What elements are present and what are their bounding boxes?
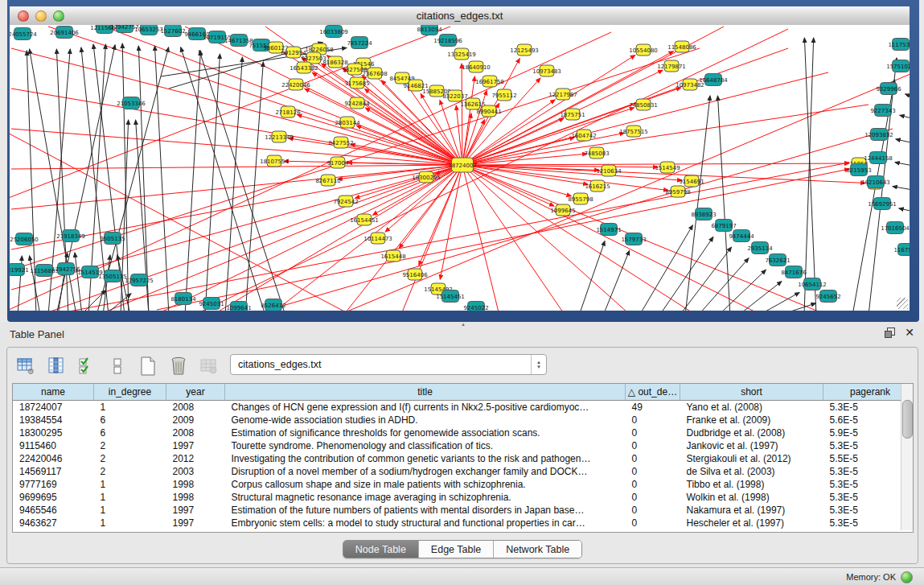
network-edge[interactable] <box>193 29 788 311</box>
table-row[interactable]: 1830029562008Estimation of significance … <box>13 426 914 439</box>
table-row[interactable]: 2242004622012Investigating the contribut… <box>13 452 914 465</box>
resize-grip-icon[interactable] <box>897 298 908 309</box>
network-hub-node[interactable]: 18724007 <box>448 158 477 172</box>
table-cell[interactable]: 2008 <box>166 401 225 414</box>
network-node[interactable]: 8526412 <box>261 299 285 311</box>
tab-edge-table[interactable]: Edge Table <box>419 541 494 558</box>
network-node[interactable]: 1527602 <box>160 25 185 37</box>
network-node[interactable]: 1167533 <box>893 244 910 256</box>
network-edge[interactable] <box>205 54 220 311</box>
network-node[interactable]: 19218596 <box>433 35 462 47</box>
table-cell[interactable]: Embryonic stem cells: a model to study s… <box>225 517 626 529</box>
network-node[interactable]: 12217987 <box>548 89 577 100</box>
network-edge[interactable] <box>225 57 242 311</box>
scrollbar-thumb[interactable] <box>902 400 913 439</box>
network-node[interactable]: 7632621 <box>765 254 790 266</box>
network-edge[interactable] <box>698 258 749 311</box>
network-node[interactable]: 18640910 <box>462 61 491 72</box>
table-selector-dropdown[interactable]: citations_edges.txt ▲▼ <box>230 354 547 375</box>
new-table-icon[interactable] <box>138 356 158 377</box>
network-node[interactable]: 24055724 <box>10 28 37 40</box>
network-node[interactable]: 17957225 <box>125 274 154 286</box>
table-cell[interactable]: 9465546 <box>13 504 94 517</box>
table-cell[interactable]: 18724007 <box>13 401 94 414</box>
network-node[interactable]: 20691406 <box>50 27 79 39</box>
close-panel-icon[interactable]: ✕ <box>905 328 914 338</box>
network-edge[interactable] <box>105 165 462 311</box>
table-cell[interactable]: 9777169 <box>13 478 94 491</box>
table-cell[interactable]: 1997 <box>166 504 225 517</box>
network-node[interactable]: 10654112 <box>798 278 827 290</box>
network-node[interactable]: 18107554 <box>260 155 289 167</box>
network-node[interactable]: 8267110 <box>315 175 340 186</box>
network-node[interactable]: 9474444 <box>729 230 754 242</box>
table-cell[interactable]: Changes of HCN gene expression and I(f) … <box>225 401 626 414</box>
table-cell[interactable]: 6 <box>94 414 166 426</box>
table-cell[interactable]: 0 <box>626 491 680 504</box>
table-cell[interactable]: 0 <box>626 517 680 529</box>
network-window-title-bar[interactable]: citations_edges.txt <box>10 6 910 26</box>
table-cell[interactable]: 0 <box>626 452 680 465</box>
table-cell[interactable]: 1998 <box>166 478 225 491</box>
column-header-name[interactable]: name <box>13 384 94 401</box>
table-cell[interactable]: Corpus callosum shape and size in male p… <box>225 478 626 491</box>
table-row[interactable]: 1872400712008Changes of HCN gene express… <box>13 401 914 414</box>
network-edge[interactable] <box>185 51 200 311</box>
network-edge[interactable] <box>138 46 149 311</box>
column-header-in_degree[interactable]: in_degree <box>94 384 166 401</box>
memory-status-icon[interactable] <box>901 571 913 583</box>
network-edge[interactable] <box>899 208 910 213</box>
table-cell[interactable]: 9115460 <box>13 439 94 452</box>
table-cell[interactable]: de Silva et al. (2003) <box>680 465 823 478</box>
table-cell[interactable]: 1997 <box>166 439 225 452</box>
network-node[interactable]: 1514549 <box>655 162 680 173</box>
network-edge[interactable] <box>462 138 574 165</box>
network-edge[interactable] <box>603 250 630 311</box>
delete-icon[interactable] <box>168 356 189 377</box>
network-node[interactable]: 8471676 <box>781 266 807 278</box>
network-node[interactable]: 1099641 <box>226 302 251 311</box>
table-row[interactable]: 946554611997Estimation of the future num… <box>13 504 914 517</box>
network-node[interactable]: 22420046 <box>281 79 310 90</box>
network-node[interactable]: 16033809 <box>319 26 348 38</box>
delete-table-icon[interactable] <box>199 356 220 377</box>
table-cell[interactable]: Tourette syndrome. Phenomenology and cla… <box>225 439 626 452</box>
network-node[interactable]: 7924542 <box>333 196 358 207</box>
zoom-window-button[interactable] <box>53 10 64 22</box>
network-node[interactable]: 25206050 <box>10 233 39 245</box>
table-cell[interactable]: 1 <box>94 491 166 504</box>
network-node[interactable]: 9245652 <box>815 290 840 303</box>
network-node[interactable]: 10653257 <box>134 25 163 35</box>
table-cell[interactable]: 1 <box>94 401 166 414</box>
table-cell[interactable]: Hescheler et al. (1997) <box>680 517 823 529</box>
table-cell[interactable]: 9699695 <box>13 491 94 504</box>
network-node[interactable]: 8813054 <box>417 25 442 35</box>
table-cell[interactable]: 1 <box>94 504 166 517</box>
column-header-title[interactable]: title <box>225 384 626 401</box>
network-edge[interactable] <box>893 187 910 192</box>
network-edge[interactable] <box>680 247 732 311</box>
table-cell[interactable]: 22420046 <box>13 452 94 465</box>
network-edge[interactable] <box>11 48 462 165</box>
network-edge[interactable] <box>896 139 910 145</box>
table-cell[interactable]: 9463627 <box>13 517 94 529</box>
checkbox-column-icon[interactable] <box>107 356 128 377</box>
column-header-year[interactable]: year <box>166 384 225 401</box>
network-edge[interactable] <box>906 94 910 100</box>
network-node[interactable]: 16961758 <box>475 76 504 87</box>
network-edge[interactable] <box>462 64 462 165</box>
table-cell[interactable]: 0 <box>626 414 680 426</box>
table-cell[interactable]: Estimation of significance thresholds fo… <box>225 426 626 439</box>
network-node[interactable]: 12179871 <box>657 60 686 72</box>
table-cell[interactable]: Structural magnetic resonance image aver… <box>225 491 626 504</box>
table-cell[interactable]: Nakamura et al. (1997) <box>680 504 823 517</box>
table-cell[interactable]: Franke et al. (2009) <box>680 414 823 426</box>
network-node[interactable]: 1117530 <box>888 39 910 51</box>
table-cell[interactable]: 0 <box>626 504 680 517</box>
table-cell[interactable]: 1 <box>94 517 166 529</box>
table-cell[interactable]: Jankovic et al. (1997) <box>680 439 823 452</box>
network-node[interactable]: 9242844 <box>344 97 370 109</box>
network-node[interactable]: 12213349 <box>265 131 294 142</box>
table-row[interactable]: 1938455462009Genome-wide association stu… <box>13 414 914 426</box>
table-cell[interactable]: 2012 <box>166 452 225 465</box>
